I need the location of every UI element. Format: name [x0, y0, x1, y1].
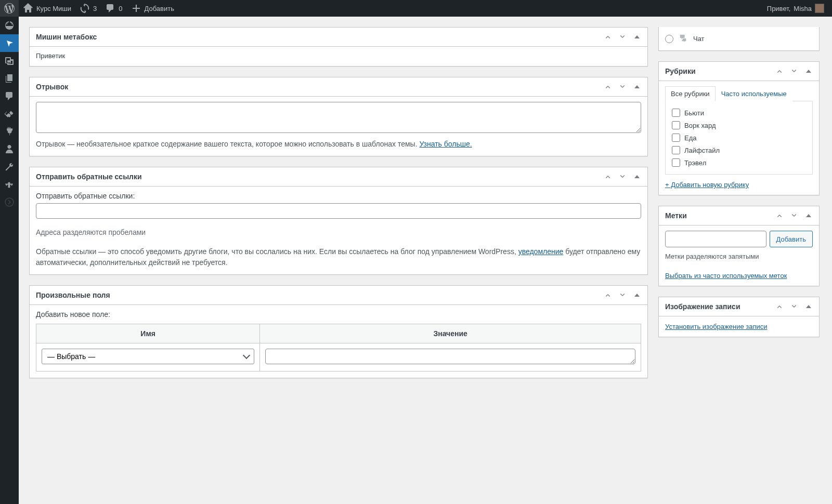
format-chat-row[interactable]: Чат	[665, 31, 813, 46]
metabox-body: Приветик	[30, 47, 647, 66]
pingback-link[interactable]: уведомление	[518, 247, 564, 256]
metabox-header[interactable]: Мишин метабокс	[30, 28, 647, 47]
main-column: Мишин метабокс Приветик Отрывок	[29, 27, 648, 378]
metabox-title: Изображение записи	[659, 297, 772, 316]
menu-pages[interactable]	[0, 70, 19, 87]
handle-actions	[772, 208, 819, 223]
admin-menu	[0, 17, 19, 389]
move-down-button[interactable]	[615, 288, 630, 302]
add-tag-button[interactable]: Добавить	[770, 231, 813, 247]
toggle-button[interactable]	[630, 288, 644, 302]
category-item[interactable]: Еда	[672, 131, 806, 144]
category-panel: Бьюти Ворк хард Еда Лайфстайл Трэвел	[665, 101, 813, 175]
move-up-button[interactable]	[601, 79, 615, 94]
move-up-button[interactable]	[772, 299, 787, 314]
meta-key-select[interactable]: — Выбрать —	[42, 349, 254, 364]
menu-tools[interactable]	[0, 158, 19, 176]
adminbar-account[interactable]: Привет, Misha	[767, 4, 824, 13]
category-checkbox[interactable]	[672, 121, 680, 129]
move-up-button[interactable]	[772, 208, 787, 223]
move-down-button[interactable]	[615, 79, 630, 94]
menu-plugins[interactable]	[0, 123, 19, 140]
menu-users[interactable]	[0, 140, 19, 158]
metabox-body: Все рубрики Часто используемые Бьюти Вор…	[659, 81, 819, 195]
move-down-button[interactable]	[787, 208, 801, 223]
metabox-body: Отрывок — необязательное краткое содержа…	[30, 97, 647, 156]
choose-tags-link[interactable]: Выбрать из часто используемых меток	[665, 272, 813, 280]
new-tag-input[interactable]	[665, 231, 766, 247]
metabox-title: Рубрики	[659, 62, 772, 81]
help-text: Отрывок — необязательное краткое содержа…	[36, 140, 419, 148]
metabox-header[interactable]: Рубрики	[659, 62, 819, 81]
menu-dashboard[interactable]	[0, 17, 19, 34]
toggle-button[interactable]	[801, 299, 816, 314]
menu-comments[interactable]	[0, 87, 19, 105]
site-link[interactable]: Курс Миши	[19, 0, 75, 17]
trackback-input[interactable]	[36, 203, 641, 219]
new-content[interactable]: Добавить	[127, 0, 178, 17]
tab-all-categories[interactable]: Все рубрики	[665, 86, 716, 101]
toggle-button[interactable]	[801, 208, 816, 223]
metabox-body: Добавить новое поле: Имя Значение	[30, 305, 647, 378]
category-item[interactable]: Ворк хард	[672, 119, 806, 131]
category-checkbox[interactable]	[672, 109, 680, 117]
meta-value-textarea[interactable]	[265, 349, 635, 364]
handle-actions	[601, 30, 647, 44]
menu-media[interactable]	[0, 52, 19, 70]
menu-appearance[interactable]	[0, 105, 19, 123]
move-down-button[interactable]	[787, 299, 801, 314]
menu-posts[interactable]	[0, 34, 19, 52]
move-up-button[interactable]	[601, 169, 615, 184]
handle-actions	[772, 64, 819, 78]
move-down-button[interactable]	[615, 30, 630, 44]
metabox-categories: Рубрики Все рубрики Часто используемые Б…	[658, 61, 820, 195]
toggle-button[interactable]	[630, 30, 644, 44]
metabox-header[interactable]: Отрывок	[30, 77, 647, 97]
trackback-hint: Адреса разделяются пробелами	[36, 227, 641, 238]
excerpt-textarea[interactable]	[36, 102, 641, 133]
category-item[interactable]: Бьюти	[672, 107, 806, 119]
category-checkbox[interactable]	[672, 134, 680, 142]
triangle-up-icon	[806, 214, 811, 217]
toggle-button[interactable]	[630, 79, 644, 94]
category-label: Еда	[684, 134, 697, 142]
category-checkbox[interactable]	[672, 146, 680, 154]
move-up-button[interactable]	[772, 64, 787, 78]
metabox-header[interactable]: Произвольные поля	[30, 286, 647, 305]
metabox-tags: Метки Добавить Метки разделяются запятым…	[658, 206, 820, 286]
updates[interactable]: 3	[75, 0, 101, 17]
category-item[interactable]: Трэвел	[672, 156, 806, 169]
category-label: Лайфстайл	[684, 147, 720, 154]
move-up-button[interactable]	[601, 288, 615, 302]
new-label: Добавить	[145, 5, 174, 12]
avatar	[815, 4, 824, 13]
tab-most-used[interactable]: Часто используемые	[716, 86, 792, 101]
svg-point-0	[5, 198, 14, 206]
add-new-category-link[interactable]: + Добавить новую рубрику	[665, 181, 813, 189]
category-checkbox[interactable]	[672, 158, 680, 167]
category-item[interactable]: Лайфстайл	[672, 144, 806, 156]
trackback-desc: Обратные ссылки — это способ уведомить д…	[36, 246, 641, 268]
triangle-up-icon	[806, 70, 811, 73]
metabox-title: Мишин метабокс	[30, 28, 601, 46]
metabox-custom: Мишин метабокс Приветик	[29, 27, 648, 67]
metabox-header[interactable]: Отправить обратные ссылки	[30, 167, 647, 187]
trackback-label: Отправить обратные ссылки:	[36, 192, 135, 200]
metabox-format-fragment: Чат	[658, 27, 820, 51]
metabox-header[interactable]: Изображение записи	[659, 297, 819, 316]
radio-input[interactable]	[665, 35, 673, 43]
toggle-button[interactable]	[801, 64, 816, 78]
toggle-button[interactable]	[630, 169, 644, 184]
metabox-header[interactable]: Метки	[659, 206, 819, 226]
menu-collapse[interactable]	[0, 193, 19, 211]
move-up-button[interactable]	[601, 30, 615, 44]
wp-logo[interactable]	[0, 0, 19, 17]
handle-actions	[601, 288, 647, 302]
comments[interactable]: 0	[101, 0, 126, 17]
set-featured-image-link[interactable]: Установить изображение записи	[665, 323, 768, 330]
move-down-button[interactable]	[615, 169, 630, 184]
move-down-button[interactable]	[787, 64, 801, 78]
site-title: Курс Миши	[36, 5, 71, 12]
menu-settings[interactable]	[0, 176, 19, 193]
learn-more-link[interactable]: Узнать больше.	[419, 140, 472, 148]
